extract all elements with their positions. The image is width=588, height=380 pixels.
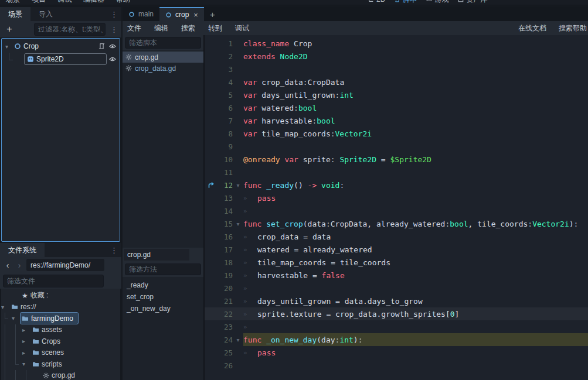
line-number: 6 <box>217 104 233 112</box>
close-icon[interactable]: × <box>193 11 198 19</box>
indent-marker: » <box>243 207 257 215</box>
fs-item-Crops[interactable]: ▸Crops <box>1 336 120 347</box>
folder-icon <box>32 361 39 368</box>
script-tab-crop[interactable]: crop× <box>159 7 204 21</box>
search-help-button[interactable]: 搜索帮助 <box>556 23 587 33</box>
code-line-13[interactable]: 13»pass <box>205 191 588 204</box>
mode-button-2D[interactable]: 2D <box>368 0 385 4</box>
method-item-set_crop[interactable]: set_crop <box>123 291 203 303</box>
script-menu-0[interactable]: 文件 <box>127 23 141 33</box>
method-sort-button[interactable] <box>191 249 202 261</box>
code-editor[interactable]: 1class_name Crop2extends Node2D34var cro… <box>205 35 588 380</box>
fs-item-crop.gd[interactable]: crop.gd <box>1 370 120 380</box>
script-tab-main[interactable]: main <box>123 7 159 21</box>
script-menu-4[interactable]: 调试 <box>235 23 249 33</box>
line-number: 22 <box>217 310 233 319</box>
scene-node-Sprite2D[interactable]: Sprite2D <box>2 53 120 66</box>
code-line-26[interactable]: 26 <box>205 359 588 372</box>
code-line-15[interactable]: 15▾func set_crop(data:CropData, already_… <box>205 217 588 230</box>
script-menu-3[interactable]: 转到 <box>208 23 222 33</box>
new-script-tab-button[interactable]: + <box>204 9 221 19</box>
mode-button-脚本[interactable]: 脚本 <box>395 0 417 5</box>
code-line-7[interactable]: 7var harvestable:bool <box>205 114 588 127</box>
tab-import[interactable]: 导入 <box>30 7 61 21</box>
chevron-down-icon[interactable]: ▾ <box>22 361 29 367</box>
code-line-2[interactable]: 2extends Node2D <box>205 50 588 63</box>
chevron-down-icon[interactable]: ▾ <box>12 315 18 321</box>
script-icon[interactable] <box>98 43 105 50</box>
code-line-21[interactable]: 21»days_until_grown = data.days_to_grow <box>205 295 588 307</box>
toggle-split-mode-button[interactable] <box>107 259 118 271</box>
chevron-down-icon[interactable]: ▾ <box>1 304 8 310</box>
code-line-22[interactable]: 22»sprite.texture = crop_data.growth_spr… <box>205 307 588 320</box>
code-line-23[interactable]: 23» <box>205 320 588 333</box>
filesystem-menu-icon[interactable]: ⋮ <box>107 246 121 255</box>
code-line-8[interactable]: 8var tile_map_coords:Vector2i <box>205 127 588 140</box>
fs-item-farmingDemo[interactable]: ▾farmingDemo <box>1 313 120 324</box>
code-line-18[interactable]: 18»tile_map_coords = tile_coords <box>205 256 588 269</box>
fold-chevron-icon[interactable]: ▾ <box>233 182 243 189</box>
code-line-5[interactable]: 5var days_until_grown:int <box>205 88 588 101</box>
mode-button-游戏[interactable]: 游戏 <box>426 0 448 5</box>
chevron-right-icon[interactable]: ▸ <box>22 350 29 356</box>
chevron-right-icon[interactable]: ▸ <box>22 327 29 333</box>
menu-0[interactable]: 场景 <box>6 0 20 5</box>
nav-forward-button[interactable]: › <box>15 261 24 270</box>
file-filter-input[interactable] <box>7 277 101 285</box>
code-line-19[interactable]: 19»harvestable = false <box>205 269 588 282</box>
file-sort-button[interactable] <box>107 275 118 287</box>
eye-icon[interactable] <box>108 56 116 63</box>
fold-chevron-icon[interactable]: ▾ <box>233 221 243 227</box>
code-line-20[interactable]: 20» <box>205 282 588 295</box>
scene-dock-menu-icon[interactable]: ⋮ <box>107 10 121 19</box>
menu-1[interactable]: 项目 <box>32 0 46 5</box>
code-line-17[interactable]: 17»watered = already_watered <box>205 243 588 256</box>
fs-item-[interactable]: ★收藏 : <box>1 290 120 302</box>
code-line-24[interactable]: 24▾func _on_new_day(day:int): <box>205 333 588 346</box>
fs-item-assets[interactable]: ▸assets <box>1 324 120 336</box>
script-menu-1[interactable]: 编辑 <box>154 23 168 33</box>
code-line-10[interactable]: 10@onready var sprite: Sprite2D = $Sprit… <box>205 153 588 166</box>
code-line-11[interactable]: 11 <box>205 166 588 179</box>
add-node-button[interactable]: + <box>4 23 15 35</box>
code-line-4[interactable]: 4var crop_data:CropData <box>205 76 588 88</box>
scene-filter-box <box>34 23 106 36</box>
menu-2[interactable]: 调试 <box>57 0 72 5</box>
fold-chevron-icon[interactable]: ▾ <box>233 337 243 343</box>
method-filter-input[interactable] <box>129 265 198 273</box>
menu-4[interactable]: 帮助 <box>116 0 130 5</box>
instantiate-scene-button[interactable] <box>19 23 30 35</box>
online-docs-button[interactable]: 在线文档 <box>515 23 546 33</box>
indent-marker: » <box>243 310 257 318</box>
main-menus: 场景项目调试编辑器帮助 <box>0 0 130 5</box>
chevron-down-icon[interactable]: ▾ <box>5 43 12 50</box>
scene-filter-input[interactable] <box>38 25 103 33</box>
chevron-right-icon[interactable]: ▸ <box>22 338 29 344</box>
menu-3[interactable]: 编辑器 <box>83 0 104 5</box>
fs-item-scenes[interactable]: ▸scenes <box>1 347 120 359</box>
tab-filesystem[interactable]: 文件系统 <box>0 243 45 257</box>
script-filter-input[interactable] <box>129 39 198 47</box>
code-line-12[interactable]: 12▾func _ready() -> void: <box>205 179 588 191</box>
code-line-3[interactable]: 3 <box>205 63 588 76</box>
code-line-1[interactable]: 1class_name Crop <box>205 37 588 50</box>
nav-back-button[interactable]: ‹ <box>3 261 12 270</box>
script-item-crop_data.gd[interactable]: crop_data.gd <box>123 63 203 74</box>
scene-tree-menu-icon[interactable]: ⋮ <box>109 25 119 34</box>
code-line-6[interactable]: 6var watered:bool <box>205 101 588 114</box>
method-item-_on_new_day[interactable]: _on_new_day <box>123 303 203 314</box>
script-item-crop.gd[interactable]: crop.gd <box>123 52 203 63</box>
code-line-14[interactable]: 14» <box>205 204 588 217</box>
mode-button-资产库[interactable]: 资产库 <box>458 0 487 5</box>
code-line-9[interactable]: 9 <box>205 140 588 153</box>
filesystem-path[interactable]: res://farmingDemo/ <box>26 259 104 271</box>
script-menu-2[interactable]: 搜索 <box>181 23 195 33</box>
tab-scene[interactable]: 场景 <box>0 7 30 21</box>
code-line-25[interactable]: 25»pass <box>205 346 588 359</box>
code-line-16[interactable]: 16»crop_data = data <box>205 230 588 243</box>
method-item-_ready[interactable]: _ready <box>123 279 203 291</box>
eye-icon[interactable] <box>108 43 116 50</box>
fs-item-res[interactable]: ▾res:// <box>1 302 120 313</box>
fs-item-scripts[interactable]: ▾scripts <box>1 358 120 370</box>
scene-node-Crop[interactable]: ▾Crop <box>2 40 120 53</box>
